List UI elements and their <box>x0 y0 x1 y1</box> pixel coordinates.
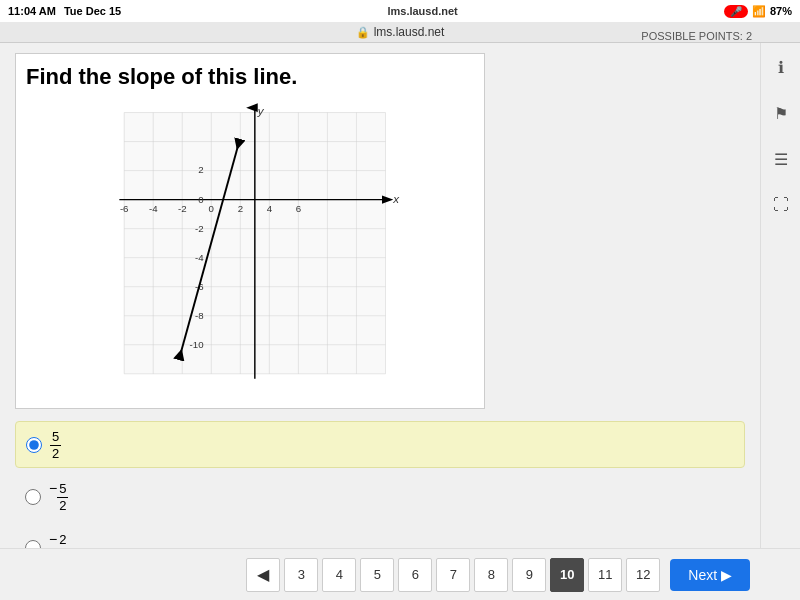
mic-icon[interactable]: 🎤 <box>724 5 748 18</box>
status-bar-right: 🎤 📶 87% <box>724 5 792 18</box>
sidebar: ℹ ⚑ ☰ ⛶ ❮ <box>760 43 800 593</box>
svg-text:x: x <box>392 192 400 205</box>
graph-wrapper: -6 -4 -2 0 2 4 6 2 0 -2 -4 -6 <box>26 98 474 398</box>
time: 11:04 AM <box>8 5 56 17</box>
wifi-icon: 📶 <box>752 5 766 18</box>
question-area: Find the slope of this line. <box>0 43 760 593</box>
page-9-button[interactable]: 9 <box>512 558 546 592</box>
svg-text:-4: -4 <box>195 252 204 263</box>
svg-text:2: 2 <box>238 203 243 214</box>
fraction-a-den: 2 <box>50 446 61 462</box>
choice-b[interactable]: − 5 2 <box>15 474 745 519</box>
svg-text:-6: -6 <box>120 203 129 214</box>
fraction-b-den: 2 <box>57 498 68 514</box>
date: Tue Dec 15 <box>64 5 121 17</box>
question-title: Find the slope of this line. <box>26 64 474 90</box>
label-b: − 5 2 <box>49 480 68 513</box>
fraction-a-num: 5 <box>50 429 61 446</box>
svg-text:-8: -8 <box>195 310 204 321</box>
main-content: Find the slope of this line. <box>0 43 800 593</box>
svg-text:-10: -10 <box>190 339 204 350</box>
page-5-button[interactable]: 5 <box>360 558 394 592</box>
pagination-bar: ◀ 3 4 5 6 7 8 9 10 11 12 Next ▶ <box>0 548 800 600</box>
svg-text:6: 6 <box>296 203 301 214</box>
page-4-button[interactable]: 4 <box>322 558 356 592</box>
menu-icon[interactable]: ☰ <box>767 145 795 173</box>
page-11-button[interactable]: 11 <box>588 558 622 592</box>
info-icon[interactable]: ℹ <box>767 53 795 81</box>
page-12-button[interactable]: 12 <box>626 558 660 592</box>
url: lms.lausd.net <box>387 5 457 17</box>
page-6-button[interactable]: 6 <box>398 558 432 592</box>
status-bar: 11:04 AM Tue Dec 15 lms.lausd.net 🎤 📶 87… <box>0 0 800 22</box>
radio-b[interactable] <box>25 489 41 505</box>
svg-text:-2: -2 <box>178 203 187 214</box>
fraction-a: 5 2 <box>50 429 61 461</box>
fraction-b-num: 5 <box>57 481 68 498</box>
svg-text:4: 4 <box>267 203 273 214</box>
svg-text:y: y <box>257 104 265 117</box>
status-bar-left: 11:04 AM Tue Dec 15 <box>8 5 121 17</box>
page-8-button[interactable]: 8 <box>474 558 508 592</box>
graph-svg: -6 -4 -2 0 2 4 6 2 0 -2 -4 -6 <box>80 98 420 398</box>
graph-container: Find the slope of this line. <box>15 53 485 409</box>
svg-text:-4: -4 <box>149 203 158 214</box>
url-text: lms.lausd.net <box>374 25 445 39</box>
svg-text:0: 0 <box>198 194 203 205</box>
fraction-b: 5 2 <box>57 481 68 513</box>
battery: 87% <box>770 5 792 17</box>
radio-a[interactable] <box>26 437 42 453</box>
points-indicator: POSSIBLE POINTS: 2 <box>641 30 752 42</box>
page-3-button[interactable]: 3 <box>284 558 318 592</box>
svg-text:0: 0 <box>209 203 214 214</box>
choice-a[interactable]: 5 2 <box>15 421 745 468</box>
label-a: 5 2 <box>50 428 61 461</box>
next-button[interactable]: Next ▶ <box>670 559 750 591</box>
url-center: lms.lausd.net <box>387 5 457 17</box>
fraction-c-num: 2 <box>57 532 68 549</box>
prev-page-button[interactable]: ◀ <box>246 558 280 592</box>
page-10-button[interactable]: 10 <box>550 558 584 592</box>
svg-text:-2: -2 <box>195 223 204 234</box>
lock-icon: 🔒 <box>356 26 370 39</box>
page-7-button[interactable]: 7 <box>436 558 470 592</box>
expand-icon[interactable]: ⛶ <box>767 191 795 219</box>
svg-text:2: 2 <box>198 164 203 175</box>
flag-icon[interactable]: ⚑ <box>767 99 795 127</box>
